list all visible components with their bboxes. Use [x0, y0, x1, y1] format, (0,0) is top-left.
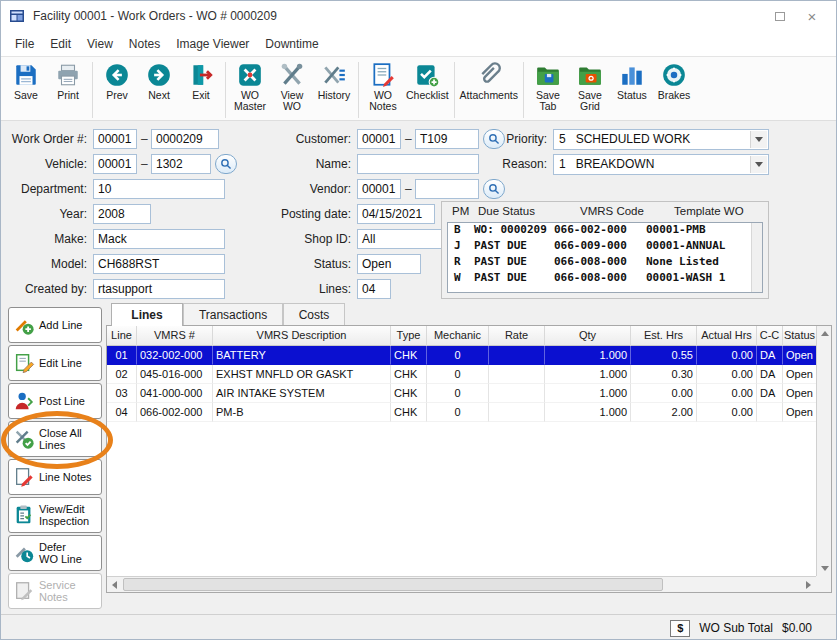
scroll-down-button[interactable] [817, 561, 832, 576]
cell-type: CHK [391, 346, 427, 365]
scrollbar-corner [816, 576, 831, 592]
status-button[interactable]: Status [611, 60, 653, 102]
wo-master-button[interactable]: WO Master [229, 60, 271, 113]
save-icon [12, 61, 40, 89]
menu-downtime[interactable]: Downtime [257, 34, 326, 54]
view-edit-inspection-button[interactable]: View/Edit Inspection [8, 497, 102, 533]
cell-est-hrs: 2.00 [631, 403, 697, 422]
horizontal-scrollbar[interactable] [107, 576, 816, 592]
work-order-number-field[interactable]: 0000209 [151, 129, 219, 149]
add-line-button[interactable]: Add Line [8, 307, 102, 343]
save-tab-button[interactable]: Save Tab [527, 60, 569, 113]
print-label: Print [57, 90, 79, 101]
pm-scrollbar[interactable] [751, 223, 762, 292]
maximize-button[interactable] [764, 4, 796, 28]
vendor-search-button[interactable] [483, 179, 505, 199]
add-line-icon [12, 313, 36, 337]
vertical-scrollbar[interactable] [816, 326, 831, 576]
close-button[interactable]: × [796, 4, 828, 28]
cell-description: EXHST MNFLD OR GASKT [213, 365, 391, 384]
cell-vmrs: 045-016-000 [137, 365, 213, 384]
print-button[interactable]: Print [47, 60, 89, 102]
edit-line-button[interactable]: Edit Line [8, 345, 102, 381]
customer-id-field[interactable]: T109 [415, 129, 479, 149]
customer-code-field[interactable]: 00001 [357, 129, 401, 149]
brakes-button[interactable]: Brakes [653, 60, 695, 102]
scroll-left-button[interactable] [107, 577, 122, 592]
cell-line: 04 [107, 403, 137, 422]
cell-actual-hrs: 0.00 [697, 403, 757, 422]
created-by-field[interactable]: rtasupport [93, 279, 225, 299]
next-button[interactable]: Next [138, 60, 180, 102]
toolbar-separator [225, 62, 226, 118]
prev-button[interactable]: Prev [96, 60, 138, 102]
menu-view[interactable]: View [79, 34, 121, 54]
vendor-label: Vendor: [261, 179, 351, 199]
pm-header: PM [452, 205, 469, 217]
vehicle-facility-field[interactable]: 00001 [93, 154, 137, 174]
priority-dropdown[interactable]: 5 SCHEDULED WORK [553, 129, 769, 150]
scroll-up-button[interactable] [817, 326, 832, 341]
chevron-down-icon[interactable] [750, 156, 767, 173]
posting-date-field[interactable]: 04/15/2021 [357, 204, 435, 224]
cell-description: PM-B [213, 403, 391, 422]
attachments-button[interactable]: Attachments [458, 60, 520, 102]
status-label: Status [617, 90, 647, 101]
table-row[interactable]: 01 032-002-000 BATTERY CHK 0 1.000 0.55 … [107, 346, 816, 365]
cell-est-hrs: 0.30 [631, 365, 697, 384]
wo-notes-button[interactable]: WO Notes [362, 60, 404, 113]
work-order-facility-field[interactable]: 00001 [93, 129, 137, 149]
dash: – [141, 154, 148, 174]
history-button[interactable]: History [313, 60, 355, 102]
save-grid-button[interactable]: Save Grid [569, 60, 611, 113]
make-field[interactable]: Mack [93, 229, 225, 249]
pm-due: PAST DUE [474, 239, 527, 252]
lines-field[interactable]: 04 [357, 279, 391, 299]
post-line-button[interactable]: Post Line [8, 383, 102, 419]
checklist-button[interactable]: Checklist [404, 60, 451, 102]
reason-dropdown[interactable]: 1 BREAKDOWN [553, 154, 769, 175]
title-bar: Facility 00001 - Work Orders - WO # 0000… [1, 1, 836, 31]
cell-vmrs: 041-000-000 [137, 384, 213, 403]
scroll-right-button[interactable] [801, 577, 816, 592]
dollar-button[interactable]: $ [670, 620, 690, 637]
cell-status: Open [783, 403, 816, 422]
model-field[interactable]: CH688RST [93, 254, 225, 274]
vehicle-search-button[interactable] [215, 154, 237, 174]
horizontal-scroll-thumb[interactable] [123, 578, 663, 591]
vendor-id-field[interactable] [415, 179, 479, 199]
brakes-label: Brakes [658, 90, 691, 101]
cell-qty: 1.000 [545, 384, 631, 403]
year-field[interactable]: 2008 [93, 204, 151, 224]
tab-lines[interactable]: Lines [111, 303, 183, 326]
service-notes-button[interactable]: Service Notes [8, 573, 102, 609]
history-label: History [318, 90, 351, 101]
table-row[interactable]: 02 045-016-000 EXHST MNFLD OR GASKT CHK … [107, 365, 816, 384]
menu-notes[interactable]: Notes [121, 34, 168, 54]
tab-transactions[interactable]: Transactions [183, 303, 283, 326]
exit-button[interactable]: Exit [180, 60, 222, 102]
save-button[interactable]: Save [5, 60, 47, 102]
menu-file[interactable]: File [7, 34, 42, 54]
name-field[interactable] [357, 154, 479, 174]
close-all-lines-button[interactable]: Close All Lines [8, 421, 102, 457]
edit-line-label: Edit Line [39, 357, 82, 369]
pm-code: R [454, 255, 461, 268]
department-field[interactable]: 10 [93, 179, 225, 199]
print-icon [54, 61, 82, 89]
status-field[interactable]: Open [357, 254, 421, 274]
menu-image-viewer[interactable]: Image Viewer [168, 34, 257, 54]
defer-wo-line-button[interactable]: Defer WO Line [8, 535, 102, 571]
wo-sub-total-label: WO Sub Total [699, 621, 773, 635]
vehicle-id-field[interactable]: 1302 [151, 154, 211, 174]
dash: – [405, 129, 412, 149]
dash: – [141, 129, 148, 149]
menu-edit[interactable]: Edit [42, 34, 79, 54]
line-notes-button[interactable]: Line Notes [8, 459, 102, 495]
table-row[interactable]: 03 041-000-000 AIR INTAKE SYSTEM CHK 0 1… [107, 384, 816, 403]
vendor-code-field[interactable]: 00001 [357, 179, 401, 199]
table-row[interactable]: 04 066-002-000 PM-B CHK 0 1.000 2.00 0.0… [107, 403, 816, 422]
chevron-down-icon[interactable] [750, 131, 767, 148]
tab-costs[interactable]: Costs [283, 303, 345, 326]
view-wo-button[interactable]: View WO [271, 60, 313, 113]
